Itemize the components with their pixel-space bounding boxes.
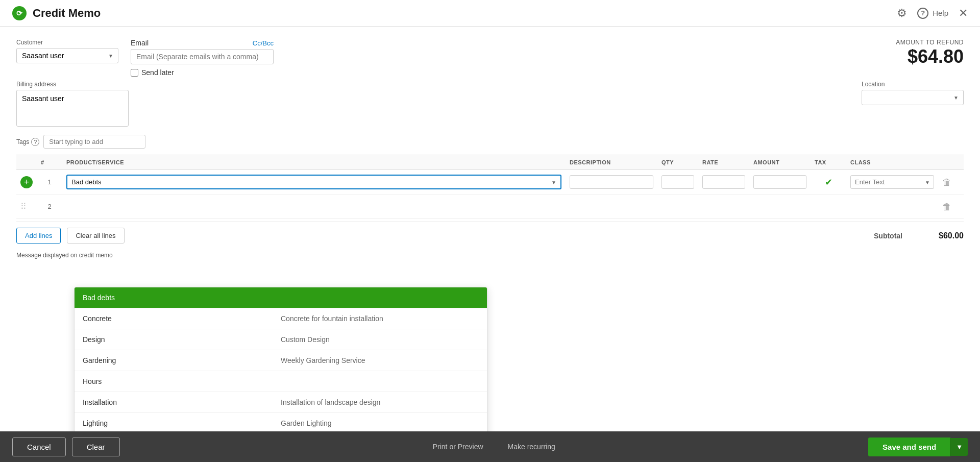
amount-refund-value: $64.80 xyxy=(896,46,964,67)
delete-row2-button[interactable]: 🗑 xyxy=(942,202,951,211)
rate-cell-empty xyxy=(698,205,749,209)
subtotal-row: Subtotal $60.00 xyxy=(874,231,964,240)
email-input[interactable] xyxy=(131,49,274,64)
amount-cell-empty xyxy=(749,205,811,209)
footer-bar: Cancel Clear Print or Preview Make recur… xyxy=(0,431,980,462)
save-send-dropdown-button[interactable]: ▼ xyxy=(950,438,968,456)
col-amount: AMOUNT xyxy=(749,159,811,165)
tax-checkbox-checked-icon[interactable]: ✔ xyxy=(825,177,832,188)
save-send-group: Save and send ▼ xyxy=(868,437,968,456)
dropdown-item-hours[interactable]: Hours xyxy=(75,371,487,392)
app-logo-icon: ⟳ xyxy=(12,6,27,20)
add-row-button[interactable]: + xyxy=(20,176,33,188)
customer-select-wrapper: Saasant user ▼ xyxy=(16,48,118,63)
tags-label: Tags ? xyxy=(16,138,39,146)
table-row: + 1 Bad debts ▼ Bad debts 1 60 xyxy=(16,170,964,194)
amount-input[interactable]: 60.00 xyxy=(753,175,806,189)
billing-location-row: Billing address Saasant user Location ▼ xyxy=(16,81,964,127)
tags-help-icon[interactable]: ? xyxy=(31,138,39,146)
clear-all-lines-button[interactable]: Clear all lines xyxy=(67,228,124,244)
tags-input[interactable] xyxy=(43,135,145,149)
dropdown-item-bad-debts[interactable]: Bad debts xyxy=(75,287,487,308)
dropdown-item-installation[interactable]: Installation Installation of landscape d… xyxy=(75,392,487,413)
customer-field: Customer Saasant user ▼ xyxy=(16,39,118,63)
amount-cell: 60.00 xyxy=(749,173,811,191)
product-dropdown: Bad debts Concrete Concrete for fountain… xyxy=(74,287,487,431)
drag-handle-cell: ⠿ xyxy=(16,200,37,213)
rate-cell: 60 xyxy=(698,173,749,191)
product-select-wrapper: Bad debts ▼ xyxy=(66,175,561,189)
col-tax: TAX xyxy=(811,159,846,165)
col-rate: RATE xyxy=(698,159,749,165)
table-row: ⠿ 2 🗑 xyxy=(16,194,964,219)
delete-row2-cell: 🗑 xyxy=(938,200,964,213)
make-recurring-button[interactable]: Make recurring xyxy=(508,443,555,451)
billing-address-field: Billing address Saasant user xyxy=(16,81,129,127)
row-number: 1 xyxy=(37,176,62,188)
header-right: ⚙ ? Help ✕ xyxy=(897,7,968,20)
customer-select[interactable]: Saasant user xyxy=(16,48,118,63)
action-row: Add lines Clear all lines Subtotal $60.0… xyxy=(16,221,964,248)
delete-row-button[interactable]: 🗑 xyxy=(942,178,951,187)
amount-refund-label: AMOUNT TO REFUND xyxy=(896,39,964,46)
print-preview-button[interactable]: Print or Preview xyxy=(433,443,483,451)
class-input[interactable] xyxy=(850,175,934,189)
subtotal-value: $60.00 xyxy=(923,231,964,240)
help-button[interactable]: ? Help xyxy=(917,8,948,19)
description-cell-empty xyxy=(566,205,657,209)
location-select[interactable] xyxy=(862,90,964,105)
cc-bcc-link[interactable]: Cc/Bcc xyxy=(253,39,274,47)
col-num: # xyxy=(37,159,62,165)
qty-cell: 1 xyxy=(657,173,698,191)
dropdown-item-design[interactable]: Design Custom Design xyxy=(75,329,487,350)
help-label: Help xyxy=(933,9,948,17)
save-and-send-button[interactable]: Save and send xyxy=(868,437,950,456)
billing-address-label: Billing address xyxy=(16,81,129,88)
description-cell: Bad debts xyxy=(566,173,657,191)
close-button[interactable]: ✕ xyxy=(959,7,968,20)
product-select[interactable]: Bad debts xyxy=(66,175,561,189)
col-actions xyxy=(938,159,964,165)
customer-label: Customer xyxy=(16,39,118,46)
add-lines-button[interactable]: Add lines xyxy=(16,228,61,244)
dropdown-item-gardening[interactable]: Gardening Weekly Gardening Service xyxy=(75,350,487,371)
qty-input[interactable]: 1 xyxy=(662,175,694,189)
col-drag xyxy=(16,159,37,165)
location-label: Location xyxy=(862,81,964,88)
main-content: Customer Saasant user ▼ Email Cc/Bcc Sen… xyxy=(0,27,980,431)
col-description: DESCRIPTION xyxy=(566,159,657,165)
clear-button[interactable]: Clear xyxy=(72,437,120,456)
drag-handle-icon[interactable]: ⠿ xyxy=(20,202,27,211)
dropdown-item-concrete[interactable]: Concrete Concrete for fountain installat… xyxy=(75,308,487,329)
send-later-checkbox[interactable] xyxy=(131,69,138,77)
cancel-button[interactable]: Cancel xyxy=(12,437,66,456)
message-label: Message displayed on credit memo xyxy=(16,252,964,259)
class-cell: ▼ xyxy=(846,173,938,191)
col-qty: QTY xyxy=(657,159,698,165)
settings-icon[interactable]: ⚙ xyxy=(897,7,907,20)
class-wrapper: ▼ xyxy=(850,175,934,189)
send-later-row: Send later xyxy=(131,68,274,77)
row-number: 2 xyxy=(37,201,62,212)
class-cell-empty xyxy=(846,205,938,209)
tax-cell: ✔ xyxy=(811,175,846,190)
location-select-wrapper: ▼ xyxy=(862,90,964,105)
delete-row-cell: 🗑 xyxy=(938,176,964,189)
table-container: # PRODUCT/SERVICE DESCRIPTION QTY RATE A… xyxy=(16,155,964,219)
email-label: Email xyxy=(131,39,149,47)
col-class: CLASS xyxy=(846,159,938,165)
email-row: Email Cc/Bcc xyxy=(131,39,274,47)
header-left: ⟳ Credit Memo xyxy=(12,6,101,20)
rate-input[interactable]: 60 xyxy=(702,175,745,189)
tags-row: Tags ? xyxy=(16,135,964,149)
product-cell-empty xyxy=(62,205,566,209)
table-header: # PRODUCT/SERVICE DESCRIPTION QTY RATE A… xyxy=(16,155,964,170)
amount-to-refund: AMOUNT TO REFUND $64.80 xyxy=(896,39,964,67)
description-input[interactable]: Bad debts xyxy=(570,175,653,189)
top-form-row: Customer Saasant user ▼ Email Cc/Bcc Sen… xyxy=(16,39,964,77)
billing-address-input[interactable]: Saasant user xyxy=(16,90,129,127)
send-later-label: Send later xyxy=(141,68,174,77)
qty-cell-empty xyxy=(657,205,698,209)
dropdown-item-lighting[interactable]: Lighting Garden Lighting xyxy=(75,413,487,431)
header: ⟳ Credit Memo ⚙ ? Help ✕ xyxy=(0,0,980,27)
